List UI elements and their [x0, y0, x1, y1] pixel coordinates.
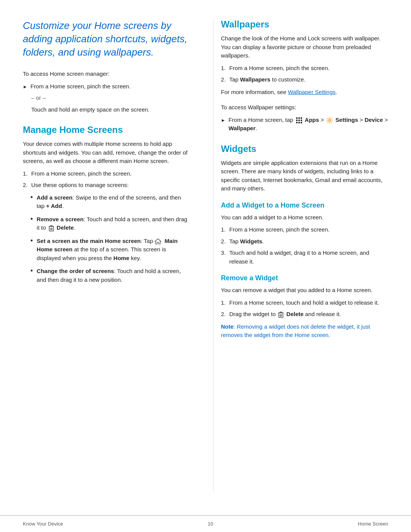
wallpapers-access-label: To access Wallpaper settings:: [221, 103, 389, 112]
bullet-dot-4: •: [30, 267, 33, 275]
add-widget-step-3: 3. Touch and hold a widget, drag it to a…: [221, 249, 389, 266]
wallpaper-settings-link[interactable]: Wallpaper Settings: [288, 89, 335, 95]
add-widget-heading: Add a Widget to a Home Screen: [221, 201, 389, 209]
content-area: Customize your Home screens by adding ap…: [0, 0, 411, 515]
add-widget-step-1: 1. From a Home screen, pinch the screen.: [221, 225, 389, 234]
add-widget-steps: 1. From a Home screen, pinch the screen.…: [221, 225, 389, 266]
trash-icon-2: [278, 311, 284, 318]
remove-widget-note: Note: Removing a widget does not delete …: [221, 323, 389, 340]
manage-bullet-main-text: Set a screen as the main Home screen: Ta…: [37, 237, 190, 263]
add-widget-step1-text: From a Home screen, pinch the screen.: [229, 225, 330, 234]
svg-rect-14: [301, 120, 302, 121]
remove-widget-heading: Remove a Widget: [221, 274, 389, 282]
svg-rect-13: [298, 120, 300, 121]
wallpapers-step1-text: From a Home screen, pinch the screen.: [229, 64, 330, 73]
remove-widget-step1-text: From a Home screen, touch and hold a wid…: [229, 299, 379, 307]
wallpapers-more-info-prefix: For more information, see: [221, 89, 287, 95]
page: Customize your Home screens by adding ap…: [0, 0, 411, 532]
footer-center: 10: [208, 521, 213, 527]
wallpapers-access-text: From a Home screen, tap Apps >: [228, 116, 388, 133]
widgets-description: Widgets are simple application extension…: [221, 159, 389, 193]
svg-rect-16: [298, 122, 300, 123]
manage-bullet-order: • Change the order of screens: Touch and…: [30, 267, 190, 284]
trash-icon: [48, 225, 54, 232]
remove-widget-description: You can remove a widget that you added t…: [221, 286, 389, 295]
svg-rect-15: [296, 122, 298, 123]
settings-gear-icon: [326, 117, 333, 124]
note-label: Note: [221, 323, 234, 330]
svg-rect-9: [296, 117, 298, 119]
wallpapers-description: Change the look of the Home and Lock scr…: [221, 34, 389, 60]
wallpapers-step-2: 2. Tap Wallpapers to customize.: [221, 75, 389, 84]
svg-rect-10: [298, 117, 300, 119]
wallpapers-step-1: 1. From a Home screen, pinch the screen.: [221, 64, 389, 73]
wallpapers-more-info-end: .: [336, 89, 337, 95]
add-widget-step-2: 2. Tap Widgets.: [221, 237, 389, 246]
svg-rect-12: [296, 120, 298, 121]
footer: Know Your Device 10 Home Screen: [0, 515, 411, 532]
home-icon-1: [155, 238, 161, 244]
manage-numbered-list: 1. From a Home screen, pinch the screen.…: [23, 169, 190, 190]
manage-bullet-main: • Set a screen as the main Home screen: …: [30, 237, 190, 263]
manage-step1-text: From a Home screen, pinch the screen.: [31, 169, 131, 178]
wallpapers-heading: Wallpapers: [221, 19, 389, 30]
add-widget-step2-text: Tap Widgets.: [229, 237, 264, 246]
svg-rect-11: [301, 117, 302, 119]
add-widget-step3-text: Touch and hold a widget, drag it to a Ho…: [229, 249, 389, 266]
footer-left: Know Your Device: [23, 521, 63, 527]
note-text: : Removing a widget does not delete the …: [221, 323, 370, 339]
apps-grid-icon: [296, 117, 303, 124]
manage-step2-text: Use these options to manage screens:: [31, 181, 129, 190]
bullet-dot-2: •: [30, 215, 33, 224]
wallpapers-more-info: For more information, see Wallpaper Sett…: [221, 88, 389, 97]
add-widget-description: You can add a widget to a Home screen.: [221, 213, 389, 222]
manage-step-2: 2. Use these options to manage screens:: [23, 181, 190, 190]
manage-bullet-add-text: Add a screen: Swipe to the end of the sc…: [37, 193, 190, 211]
remove-widget-step2-text: Drag the widget to Delete and release it…: [229, 310, 341, 319]
manage-bullet-remove: • Remove a screen: Touch and hold a scre…: [30, 215, 190, 232]
manage-bullet-remove-text: Remove a screen: Touch and hold a screen…: [37, 215, 190, 232]
manage-description: Your device comes with multiple Home scr…: [23, 140, 190, 166]
remove-widget-step-2: 2. Drag the widget to Delete and: [221, 310, 389, 319]
bullet-dot-1: •: [30, 193, 33, 202]
intro-bullet1-text: From a Home screen, pinch the screen.: [30, 82, 131, 91]
intro-label: To access Home screen manager:: [23, 70, 190, 78]
manage-bullet-add: • Add a screen: Swipe to the end of the …: [30, 193, 190, 211]
svg-rect-17: [301, 122, 302, 123]
wallpapers-steps: 1. From a Home screen, pinch the screen.…: [221, 64, 389, 84]
right-column: Wallpapers Change the look of the Home a…: [213, 19, 389, 492]
manage-bullet-list: • Add a screen: Swipe to the end of the …: [30, 193, 190, 284]
svg-marker-8: [155, 239, 161, 244]
wallpapers-access-bullet: ► From a Home screen, tap Apps >: [221, 116, 389, 133]
intro-bullet1: ► From a Home screen, pinch the screen.: [23, 82, 190, 91]
hero-title: Customize your Home screens by adding ap…: [23, 19, 190, 59]
touch-text: Touch and hold an empty space on the scr…: [31, 105, 190, 114]
manage-bullet-order-text: Change the order of screens: Touch and h…: [37, 267, 190, 284]
triangle-icon-2: ►: [221, 117, 226, 124]
manage-step-1: 1. From a Home screen, pinch the screen.: [23, 169, 190, 178]
triangle-icon: ►: [23, 83, 27, 90]
widgets-heading: Widgets: [221, 144, 389, 154]
remove-widget-step-1: 1. From a Home screen, touch and hold a …: [221, 299, 389, 307]
bullet-dot-3: •: [30, 237, 33, 245]
manage-heading: Manage Home Screens: [23, 125, 190, 135]
left-column: Customize your Home screens by adding ap…: [23, 19, 198, 492]
remove-widget-steps: 1. From a Home screen, touch and hold a …: [221, 299, 389, 319]
footer-right: Home Screen: [358, 521, 388, 527]
wallpapers-step2-text: Tap Wallpapers to customize.: [229, 75, 306, 84]
or-line: – or –: [31, 94, 190, 102]
